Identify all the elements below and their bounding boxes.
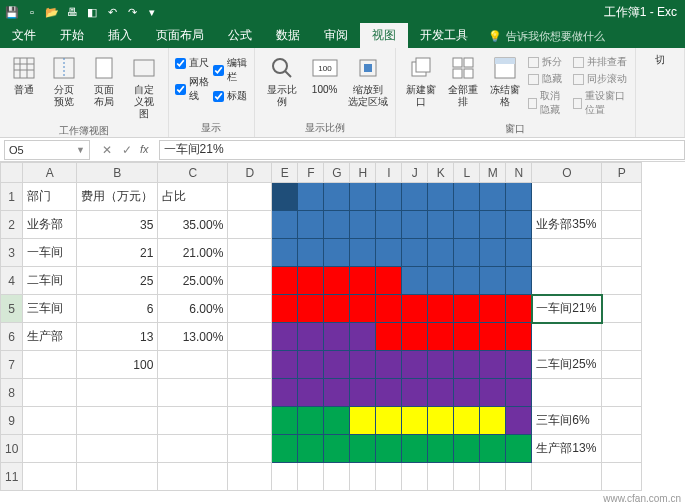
cell-P11[interactable] <box>602 463 642 491</box>
cell-I1[interactable] <box>376 183 402 211</box>
cell-B2[interactable]: 35 <box>77 211 158 239</box>
cell-J5[interactable] <box>402 295 428 323</box>
cell-B9[interactable] <box>77 407 158 435</box>
cell-B5[interactable]: 6 <box>77 295 158 323</box>
cell-L5[interactable] <box>454 295 480 323</box>
row-header-9[interactable]: 9 <box>1 407 23 435</box>
cell-A1[interactable]: 部门 <box>23 183 77 211</box>
cell-N6[interactable] <box>506 323 532 351</box>
cell-F3[interactable] <box>298 239 324 267</box>
col-header-G[interactable]: G <box>324 163 350 183</box>
cell-E4[interactable] <box>272 267 298 295</box>
col-header-A[interactable]: A <box>23 163 77 183</box>
cell-P2[interactable] <box>602 211 642 239</box>
cell-A7[interactable] <box>23 351 77 379</box>
cell-E10[interactable] <box>272 435 298 463</box>
row-header-1[interactable]: 1 <box>1 183 23 211</box>
enter-icon[interactable]: ✓ <box>120 143 134 157</box>
cell-C9[interactable] <box>158 407 228 435</box>
name-box[interactable]: O5▼ <box>4 140 90 160</box>
cell-M11[interactable] <box>480 463 506 491</box>
cell-I6[interactable] <box>376 323 402 351</box>
cell-H10[interactable] <box>350 435 376 463</box>
cell-I5[interactable] <box>376 295 402 323</box>
cell-E7[interactable] <box>272 351 298 379</box>
tab-view[interactable]: 视图 <box>360 23 408 48</box>
formula-bar-check[interactable]: 编辑栏 <box>213 54 247 86</box>
tab-review[interactable]: 审阅 <box>312 23 360 48</box>
cell-G9[interactable] <box>324 407 350 435</box>
cell-A2[interactable]: 业务部 <box>23 211 77 239</box>
cell-B1[interactable]: 费用（万元） <box>77 183 158 211</box>
cell-C3[interactable]: 21.00% <box>158 239 228 267</box>
col-header-B[interactable]: B <box>77 163 158 183</box>
cell-I11[interactable] <box>376 463 402 491</box>
cell-L2[interactable] <box>454 211 480 239</box>
cell-N8[interactable] <box>506 379 532 407</box>
ruler-check[interactable]: 直尺 <box>175 54 209 72</box>
cell-D8[interactable] <box>228 379 272 407</box>
cell-A10[interactable] <box>23 435 77 463</box>
custom-view-button[interactable]: 自定义视图 <box>126 52 162 122</box>
cell-C1[interactable]: 占比 <box>158 183 228 211</box>
cell-K6[interactable] <box>428 323 454 351</box>
zoom-100-button[interactable]: 100100% <box>307 52 343 98</box>
worksheet[interactable]: ABCDEFGHIJKLMNOP1部门费用（万元）占比2业务部3535.00%业… <box>0 162 685 491</box>
print-icon[interactable]: 🖶 <box>64 4 80 20</box>
cell-D1[interactable] <box>228 183 272 211</box>
cell-F5[interactable] <box>298 295 324 323</box>
cell-F9[interactable] <box>298 407 324 435</box>
split-button[interactable]: 拆分 <box>528 54 569 70</box>
cell-F1[interactable] <box>298 183 324 211</box>
cell-C8[interactable] <box>158 379 228 407</box>
page-break-button[interactable]: 分页 预览 <box>46 52 82 110</box>
col-header-L[interactable]: L <box>454 163 480 183</box>
cell-I2[interactable] <box>376 211 402 239</box>
cell-F8[interactable] <box>298 379 324 407</box>
cell-J7[interactable] <box>402 351 428 379</box>
headings-check[interactable]: 标题 <box>213 87 247 105</box>
cell-J2[interactable] <box>402 211 428 239</box>
cell-K9[interactable] <box>428 407 454 435</box>
cell-C10[interactable] <box>158 435 228 463</box>
side-by-side-button[interactable]: 并排查看 <box>573 54 629 70</box>
cell-B7[interactable]: 100 <box>77 351 158 379</box>
row-header-8[interactable]: 8 <box>1 379 23 407</box>
cell-F10[interactable] <box>298 435 324 463</box>
tell-me[interactable]: 💡 告诉我你想要做什么 <box>480 25 613 48</box>
save-icon[interactable]: 💾 <box>4 4 20 20</box>
cell-I4[interactable] <box>376 267 402 295</box>
cell-K3[interactable] <box>428 239 454 267</box>
col-header-E[interactable]: E <box>272 163 298 183</box>
cell-L3[interactable] <box>454 239 480 267</box>
cell-P8[interactable] <box>602 379 642 407</box>
cell-L4[interactable] <box>454 267 480 295</box>
cell-K4[interactable] <box>428 267 454 295</box>
cell-O2[interactable]: 业务部35% <box>532 211 602 239</box>
cell-B4[interactable]: 25 <box>77 267 158 295</box>
cell-H4[interactable] <box>350 267 376 295</box>
row-header-11[interactable]: 11 <box>1 463 23 491</box>
cell-D5[interactable] <box>228 295 272 323</box>
cell-H5[interactable] <box>350 295 376 323</box>
cell-C5[interactable]: 6.00% <box>158 295 228 323</box>
cell-H9[interactable] <box>350 407 376 435</box>
new-window-button[interactable]: 新建窗口 <box>402 52 440 110</box>
zoom-button[interactable]: 显示比例 <box>261 52 303 110</box>
cell-M3[interactable] <box>480 239 506 267</box>
cell-N5[interactable] <box>506 295 532 323</box>
cell-N2[interactable] <box>506 211 532 239</box>
cell-J3[interactable] <box>402 239 428 267</box>
tab-file[interactable]: 文件 <box>0 23 48 48</box>
cell-K8[interactable] <box>428 379 454 407</box>
cell-G2[interactable] <box>324 211 350 239</box>
cell-B6[interactable]: 13 <box>77 323 158 351</box>
hide-button[interactable]: 隐藏 <box>528 71 569 87</box>
cell-O8[interactable] <box>532 379 602 407</box>
cell-M5[interactable] <box>480 295 506 323</box>
cell-O4[interactable] <box>532 267 602 295</box>
cell-J4[interactable] <box>402 267 428 295</box>
cell-A9[interactable] <box>23 407 77 435</box>
cell-N10[interactable] <box>506 435 532 463</box>
cell-G5[interactable] <box>324 295 350 323</box>
